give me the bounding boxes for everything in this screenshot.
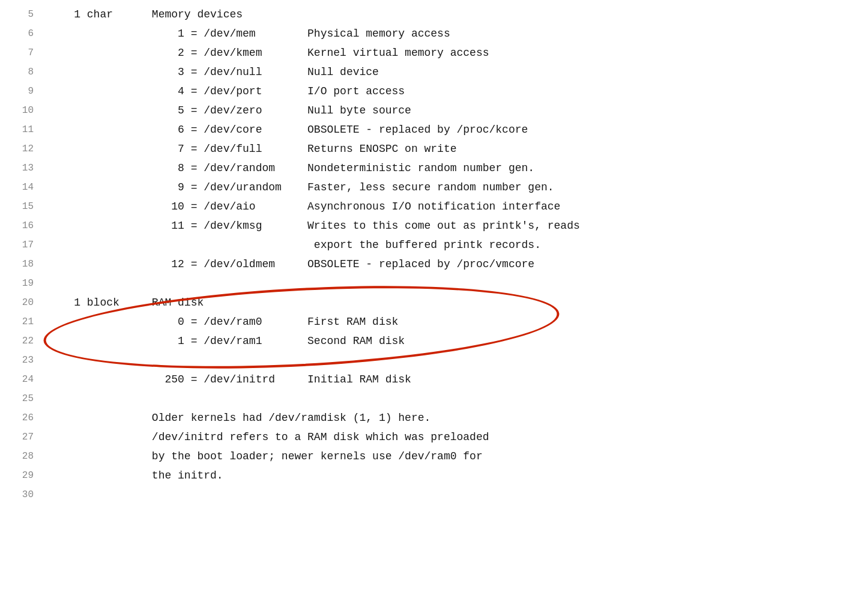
line-number: 17 [0,235,34,255]
code-line: Older kernels had /dev/ramdisk (1, 1) he… [48,408,849,427]
code-line: 1 char Memory devices [48,5,849,24]
code-line: 10 = /dev/aio Asynchronous I/O notificat… [48,197,849,216]
code-line: 5 = /dev/zero Null byte source [48,101,849,120]
line-number: 24 [0,370,34,389]
code-line [48,351,849,370]
code-view: 5678910111213141516171819202122232425262… [0,0,849,616]
code-line: 1 block RAM disk [48,293,849,312]
line-number: 29 [0,466,34,485]
code-line [48,389,849,408]
line-number: 25 [0,389,34,408]
code-line: 250 = /dev/initrd Initial RAM disk [48,370,849,389]
line-number: 11 [0,120,34,139]
line-number: 28 [0,447,34,466]
code-line: 0 = /dev/ram0 First RAM disk [48,312,849,331]
line-number: 9 [0,82,34,101]
line-number: 15 [0,197,34,216]
line-number: 12 [0,139,34,159]
code-line: the initrd. [48,466,849,485]
line-number: 6 [0,24,34,43]
line-number: 27 [0,427,34,447]
line-number: 20 [0,293,34,312]
line-number: 23 [0,351,34,370]
code-line: export the buffered printk records. [48,235,849,255]
line-number: 21 [0,312,34,331]
code-line: 3 = /dev/null Null device [48,62,849,82]
line-number: 16 [0,216,34,235]
line-number: 10 [0,101,34,120]
code-line: 2 = /dev/kmem Kernel virtual memory acce… [48,43,849,62]
line-number: 26 [0,408,34,427]
code-content: 1 char Memory devices 1 = /dev/mem Physi… [43,5,849,611]
code-line [48,274,849,293]
code-line [48,485,849,504]
line-number: 7 [0,43,34,62]
code-line: 12 = /dev/oldmem OBSOLETE - replaced by … [48,255,849,274]
line-number: 5 [0,5,34,24]
line-number: 13 [0,159,34,178]
code-line: 1 = /dev/ram1 Second RAM disk [48,331,849,351]
code-line: 9 = /dev/urandom Faster, less secure ran… [48,178,849,197]
line-number: 18 [0,255,34,274]
line-number: 22 [0,331,34,351]
code-line: 4 = /dev/port I/O port access [48,82,849,101]
line-numbers: 5678910111213141516171819202122232425262… [0,5,43,611]
code-line: /dev/initrd refers to a RAM disk which w… [48,427,849,447]
line-number: 14 [0,178,34,197]
line-number: 30 [0,485,34,504]
line-number: 8 [0,62,34,82]
line-number: 19 [0,274,34,293]
code-line: 6 = /dev/core OBSOLETE - replaced by /pr… [48,120,849,139]
code-line: 1 = /dev/mem Physical memory access [48,24,849,43]
code-line: 11 = /dev/kmsg Writes to this come out a… [48,216,849,235]
code-line: 8 = /dev/random Nondeterministic random … [48,159,849,178]
code-line: by the boot loader; newer kernels use /d… [48,447,849,466]
code-line: 7 = /dev/full Returns ENOSPC on write [48,139,849,159]
